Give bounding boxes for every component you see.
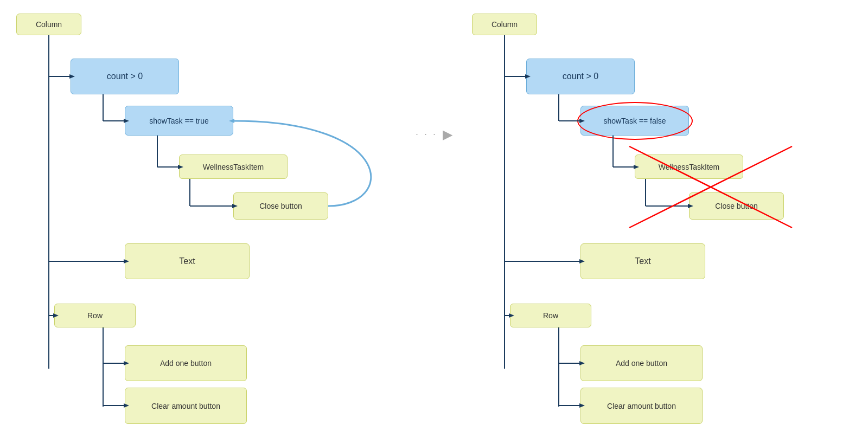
arrow-label: ▶ (443, 127, 452, 142)
right-panel: Column count > 0 showTask == false Welln… (456, 0, 868, 431)
left-panel: Column count > 0 showTask == true Wellne… (0, 0, 412, 431)
right-column-node: Column (472, 14, 537, 35)
right-row-node: Row (510, 304, 591, 327)
left-close-node: Close button (233, 192, 328, 220)
diagram-container: Column count > 0 showTask == true Wellne… (0, 0, 868, 431)
left-wellness-node: WellnessTaskItem (179, 155, 288, 179)
divider-arrow: · · · ▶ (416, 127, 452, 142)
left-column-node: Column (16, 14, 81, 35)
right-clear-node: Clear amount button (580, 388, 703, 424)
left-clear-node: Clear amount button (125, 388, 247, 424)
left-showtask-node: showTask == true (125, 106, 233, 136)
right-text-node: Text (580, 243, 705, 279)
right-count-node: count > 0 (526, 59, 635, 94)
right-addone-node: Add one button (580, 345, 703, 381)
left-count-node: count > 0 (71, 59, 179, 94)
right-close-node: Close button (689, 192, 784, 220)
right-wellness-node: WellnessTaskItem (635, 155, 743, 179)
dots-label: · · · (416, 128, 437, 140)
left-addone-node: Add one button (125, 345, 247, 381)
left-text-node: Text (125, 243, 250, 279)
divider: · · · ▶ (412, 0, 456, 431)
left-row-node: Row (54, 304, 136, 327)
right-showtask-node: showTask == false (580, 106, 689, 136)
